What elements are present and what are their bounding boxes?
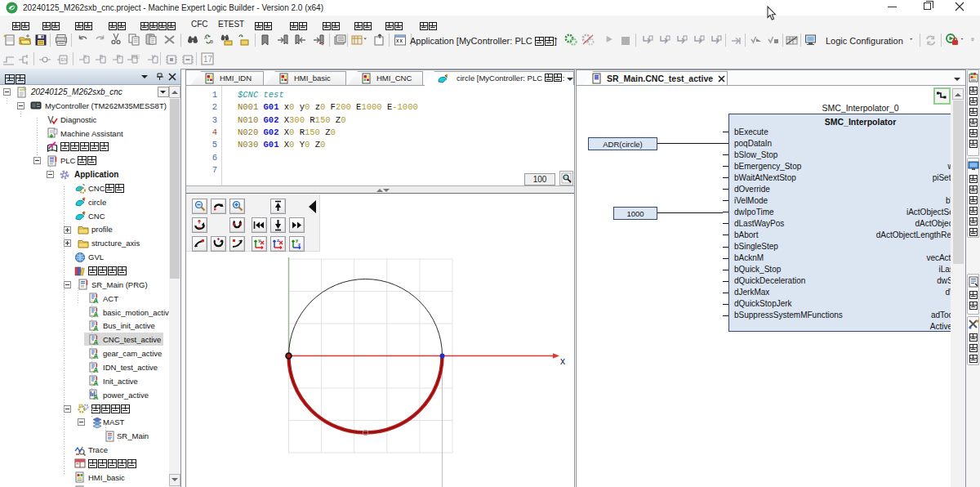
- svg-text:EN: EN: [61, 57, 68, 62]
- svg-text:S: S: [100, 54, 104, 60]
- svg-text:V: V: [152, 54, 156, 60]
- svg-text:X: X: [83, 54, 87, 60]
- svg-text:A: A: [93, 379, 99, 386]
- svg-text:A: A: [204, 35, 207, 40]
- svg-text:A: A: [93, 366, 99, 373]
- svg-text:A: A: [93, 352, 99, 360]
- svg-text:A: A: [93, 297, 99, 304]
- svg-text:REF: REF: [131, 54, 140, 60]
- svg-text:A: A: [93, 393, 99, 400]
- svg-text:17: 17: [203, 55, 213, 64]
- svg-text:A: A: [93, 338, 99, 346]
- svg-text:x: x: [560, 355, 565, 367]
- svg-text:A: A: [93, 324, 99, 332]
- svg-text:B: B: [210, 39, 213, 44]
- svg-text:A: A: [93, 311, 99, 318]
- svg-text:R: R: [117, 54, 121, 60]
